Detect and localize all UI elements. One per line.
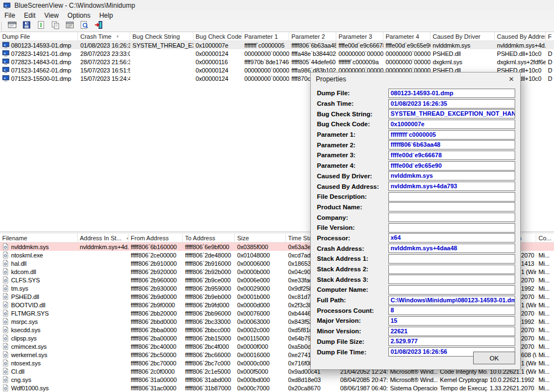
column-header-bug-check-code[interactable]: Bug Check Code [193,32,242,40]
column-header-caused-by-driver[interactable]: Caused By Driver [430,32,495,40]
field-value[interactable] [388,265,515,274]
cell: ntoskrnl.exe [0,251,78,259]
dump-options-button[interactable] [6,20,18,32]
column-header-size[interactable]: Size [235,234,286,242]
field-value[interactable]: 8 [388,306,515,315]
menu-item-options[interactable]: Options [63,11,95,20]
field-value[interactable]: ffffe00d`e9c65e90 [388,161,515,171]
menu-item-edit[interactable]: Edit [19,11,40,20]
cell-text: fffff806`2b9d0000 [131,293,177,300]
field-value[interactable]: 2.529.977 [388,337,515,346]
column-header-filename[interactable]: Filename [0,234,78,242]
field-value[interactable] [388,285,515,295]
cell-text: fffff806`2bbd0000 [131,318,177,325]
column-header-bug-check-string[interactable]: Bug Check String [130,32,193,40]
column-header-address-in-st[interactable]: Address In St...▲ [78,234,129,242]
field-value[interactable]: ffffe00d`e9c66678 [388,151,515,160]
column-header-co[interactable]: Co... [536,234,554,242]
cell: ffffe00d`e9c66678 [336,41,383,49]
menu-item-file[interactable]: File [0,11,19,20]
field-value[interactable] [388,254,515,264]
column-label: Caused By Address [497,33,546,40]
dialog-field-row: Stack Address 2: [317,264,515,275]
column-header-parameter-3[interactable]: Parameter 3 [336,32,383,40]
ok-button[interactable]: OK [473,352,515,364]
cell: hal.dll [0,259,78,267]
find-button[interactable] [78,20,90,32]
field-value[interactable]: x64 [388,233,515,243]
cell: Mi... [536,276,554,284]
field-value[interactable]: 15 [388,316,515,326]
dialog-title: Properties [316,75,346,83]
column-header-from-address[interactable]: From Address [129,234,183,242]
column-header-to-address[interactable]: To Address [183,234,235,242]
cell-text: PSHED.dll [433,50,461,57]
table-row[interactable]: cng.sysfffff806`31a00000fffff806`31abd00… [0,375,554,384]
cell [130,58,193,66]
field-value[interactable]: 080123-14593-01.dmp [388,89,515,98]
cell: werkernel.sys [0,350,78,359]
cell: fffff806`2ba00000 [129,334,183,342]
cell-text: 0x0000d000 [237,302,270,308]
field-value[interactable]: nvlddmkm.sys+4da793 [388,182,515,191]
dialog-field-row: Major Version:15 [317,316,515,326]
field-value[interactable]: 01/08/2023 16:26:35 [388,99,515,109]
cell-text: Mi... [538,385,550,391]
cell: msrpc.sys [0,317,78,326]
table-row[interactable]: Wdf01000.sysfffff806`31ac0000fffff806`31… [0,384,554,392]
column-label: From Address [131,235,168,241]
cell: Mi... [536,317,554,326]
dialog-field-row: Computer Name: [317,285,515,295]
cell-text: fffff806`2c1e5000 [185,368,230,375]
field-value[interactable]: SYSTEM_THREAD_EXCEPTION_NOT_HANDLED [388,109,515,118]
table-row[interactable]: 072823-14921-01.dmp28/07/2023 23:33:000x… [0,49,554,58]
cell: Mi... [536,284,554,292]
cell-text: fffff806`2c0f0000 [131,368,175,375]
menu-item-view[interactable]: View [40,11,63,20]
field-label: Stack Address 3: [317,276,388,283]
column-header-crash-time[interactable]: Crash Time▼ [78,32,130,40]
dialog-field-row: Bug Check String:SYSTEM_THREAD_EXCEPTION… [317,109,515,119]
cell-text: 0x00006000 [237,260,270,267]
field-label: Bug Check String: [317,111,388,117]
field-label: Stack Address 2: [317,266,388,272]
table-row[interactable]: 072823-14843-01.dmp28/07/2023 21:56:380x… [0,58,554,66]
table-row[interactable]: 080123-14593-01.dmp01/08/2023 16:26:35SY… [0,41,554,49]
exit-icon [94,20,103,32]
field-value[interactable] [388,202,515,212]
close-icon[interactable]: ✕ [502,73,520,86]
cell-text: Sistema Operacion... [390,385,438,391]
cell: nvlddmkm.sys [430,41,495,49]
cell-text: fffff806`2bb20000 [131,310,177,317]
properties-button[interactable] [64,20,76,32]
field-value[interactable]: 0x1000007e [388,120,515,129]
menu-item-help[interactable]: Help [95,11,117,20]
field-value[interactable]: fffff806`6b63aa48 [388,140,515,149]
field-value[interactable] [388,192,515,202]
column-header-caused-by-address[interactable]: Caused By Address [495,32,546,40]
field-value[interactable]: 22621 [388,327,515,336]
cell: 0x0000f000 [235,342,286,350]
field-value[interactable] [388,223,515,233]
column-header-parameter-1[interactable]: Parameter 1 [242,32,289,40]
dialog-titlebar[interactable]: Properties [311,73,520,86]
cell: 00000000`000000... [383,58,430,66]
cell-text: fffff806`31b87000 [185,385,231,391]
column-header-f[interactable]: F [546,32,554,40]
minidump-icon [2,50,9,57]
field-value[interactable]: ffffffff`c0000005 [388,130,515,140]
column-header-parameter-4[interactable]: Parameter 4 [383,32,430,40]
field-value[interactable] [388,213,515,222]
exit-button[interactable] [93,20,105,32]
save-button[interactable] [20,20,33,32]
column-header-dump-file[interactable]: Dump File [0,32,78,40]
field-label: Major Version: [317,317,388,324]
field-value[interactable] [388,275,515,284]
field-value[interactable]: nvlddmkm.sys [388,171,515,180]
column-header-parameter-2[interactable]: Parameter 2 [289,32,336,40]
refresh-button[interactable] [35,20,47,32]
field-label: Computer Name: [317,286,388,293]
field-value[interactable]: nvlddmkm.sys+4daa48 [388,244,515,253]
copy-button[interactable] [49,20,61,32]
field-value[interactable]: C:\Windows\Minidump\080123-14593-01.dmp [388,296,515,305]
